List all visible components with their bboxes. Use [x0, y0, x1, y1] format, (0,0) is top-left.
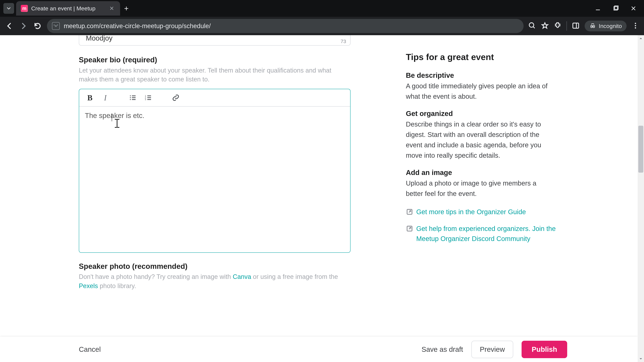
link-button[interactable] [169, 92, 182, 104]
editor-content: The speaker is etc. [85, 112, 144, 119]
browser-chrome: m Create an event | Meetup ✕ + meetup.co… [0, 0, 644, 35]
previous-field-value: Moodjoy [86, 35, 345, 42]
speaker-bio-editor: B I 123 The speaker is etc. [79, 89, 350, 253]
minimize-button[interactable] [594, 4, 602, 12]
bold-button[interactable]: B [83, 92, 96, 104]
editor-toolbar: B I 123 [79, 89, 350, 107]
side-panel-icon[interactable] [572, 22, 580, 30]
address-bar[interactable]: meetup.com/creative-circle-meetup-group/… [47, 19, 524, 33]
window-controls [594, 4, 641, 12]
tip-text: Describe things in a clear order so it's… [406, 119, 550, 161]
browser-toolbar: meetup.com/creative-circle-meetup-group/… [0, 17, 644, 35]
tip-heading: Be descriptive [406, 71, 557, 79]
svg-line-6 [533, 27, 535, 28]
tab-title: Create an event | Meetup [31, 5, 105, 12]
publish-button[interactable]: Publish [522, 341, 567, 358]
external-link-icon [406, 208, 413, 216]
url-text: meetup.com/creative-circle-meetup-group/… [64, 22, 211, 30]
svg-point-5 [529, 23, 534, 27]
scroll-down-arrow[interactable] [638, 356, 644, 362]
site-info-button[interactable] [52, 22, 60, 30]
tip-link-row: Get help from experienced organizers. Jo… [406, 224, 557, 244]
incognito-label: Incognito [599, 23, 622, 29]
preview-button[interactable]: Preview [472, 341, 513, 358]
new-tab-button[interactable]: + [124, 4, 129, 13]
text-cursor-icon [114, 119, 120, 130]
organizer-guide-link[interactable]: Get more tips in the Organizer Guide [416, 207, 526, 217]
tab-close-button[interactable]: ✕ [108, 5, 116, 12]
tip-heading: Add an image [406, 169, 557, 177]
text-caret [112, 113, 112, 121]
scroll-thumb[interactable] [638, 126, 643, 173]
bold-icon: B [88, 93, 92, 102]
maximize-button[interactable] [612, 4, 620, 12]
bullet-list-button[interactable] [126, 92, 140, 104]
scroll-up-arrow[interactable] [638, 35, 644, 41]
reload-button[interactable] [33, 21, 42, 31]
svg-point-14 [130, 97, 131, 98]
link-icon [172, 94, 180, 101]
tab-search-button[interactable] [3, 3, 14, 14]
numbered-list-icon: 123 [144, 94, 152, 101]
close-window-button[interactable] [630, 4, 637, 12]
meetup-favicon: m [21, 5, 28, 12]
toolbar-right-icons: Incognito [528, 21, 639, 31]
char-count: 73 [340, 38, 346, 44]
cancel-button[interactable]: Cancel [79, 346, 101, 354]
forward-button[interactable] [19, 21, 28, 31]
browser-tab[interactable]: m Create an event | Meetup ✕ [16, 1, 120, 15]
svg-text:3: 3 [145, 98, 146, 101]
svg-rect-7 [573, 23, 579, 28]
tip-heading: Get organized [406, 110, 557, 118]
tips-title: Tips for a great event [406, 52, 557, 62]
speaker-bio-hint: Let your attendees know about your speak… [79, 66, 340, 84]
extensions-icon[interactable] [554, 22, 562, 30]
bullet-list-icon [129, 94, 136, 101]
page-content: Moodjoy 73 Speaker bio (required) Let yo… [0, 35, 644, 362]
svg-point-11 [635, 27, 636, 29]
svg-point-10 [635, 25, 636, 26]
svg-point-16 [130, 99, 131, 100]
menu-icon[interactable] [632, 22, 639, 30]
discord-community-link[interactable]: Get help from experienced organizers. Jo… [416, 224, 557, 244]
tab-strip: m Create an event | Meetup ✕ + [0, 0, 644, 17]
tip-text: Upload a photo or image to give members … [406, 178, 550, 199]
incognito-indicator[interactable]: Incognito [585, 21, 626, 31]
footer-bar: Cancel Save as draft Preview Publish [0, 337, 638, 362]
svg-point-9 [635, 23, 636, 24]
italic-icon: I [104, 93, 106, 102]
tip-text: A good title immediately gives people an… [406, 81, 550, 102]
back-button[interactable] [5, 21, 14, 31]
save-draft-button[interactable]: Save as draft [422, 346, 463, 354]
page-scrollbar[interactable] [638, 35, 644, 362]
canva-link[interactable]: Canva [233, 273, 251, 280]
pexels-link[interactable]: Pexels [79, 282, 98, 290]
italic-button[interactable]: I [98, 92, 112, 104]
bookmark-icon[interactable] [541, 22, 549, 30]
speaker-photo-hint: Don't have a photo handy? Try creating a… [79, 272, 347, 291]
content-area: Moodjoy 73 Speaker bio (required) Let yo… [0, 35, 638, 362]
external-link-icon [406, 225, 413, 232]
search-icon[interactable] [528, 22, 536, 30]
tip-link-row: Get more tips in the Organizer Guide [406, 207, 557, 217]
tips-sidebar: Tips for a great event Be descriptive A … [406, 52, 557, 250]
speaker-bio-textarea[interactable]: The speaker is etc. [79, 107, 350, 252]
speaker-photo-label: Speaker photo (recommended) [79, 262, 638, 271]
svg-point-12 [130, 95, 131, 96]
previous-text-field[interactable]: Moodjoy 73 [79, 35, 350, 45]
separator [566, 21, 567, 31]
numbered-list-button[interactable]: 123 [142, 92, 155, 104]
